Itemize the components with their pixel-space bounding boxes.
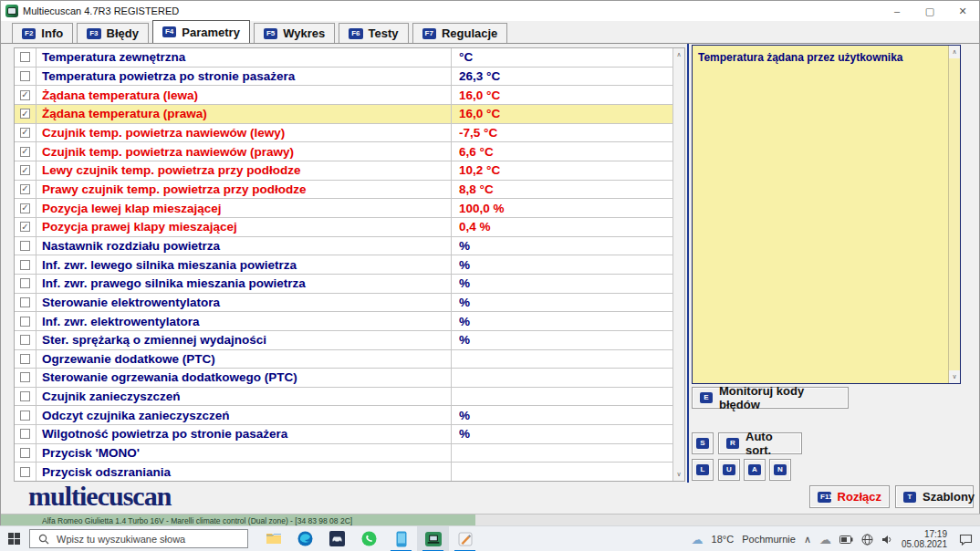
checkbox-icon[interactable] xyxy=(20,317,30,327)
table-scrollbar[interactable]: ∧ ∨ xyxy=(672,48,684,481)
checkbox-icon[interactable] xyxy=(20,260,30,270)
tab[interactable]: F5 Wykres xyxy=(254,23,335,43)
parameter-checkbox-cell[interactable] xyxy=(15,388,36,406)
parameter-checkbox-cell[interactable] xyxy=(15,312,36,330)
taskbar-file-explorer-icon[interactable] xyxy=(257,526,289,551)
parameter-checkbox-cell[interactable]: ✓ xyxy=(15,105,36,123)
parameter-row[interactable]: Przycisk odszraniania xyxy=(15,463,672,481)
taskbar-multiecuscan-icon[interactable] xyxy=(417,526,449,551)
checkbox-icon[interactable]: ✓ xyxy=(20,184,30,194)
checkbox-icon[interactable] xyxy=(20,52,30,62)
network-globe-icon[interactable] xyxy=(861,534,873,546)
taskbar-edge-icon[interactable] xyxy=(289,526,321,551)
parameter-checkbox-cell[interactable]: ✓ xyxy=(15,161,36,180)
tab[interactable]: F7 Regulacje xyxy=(412,23,508,43)
onedrive-icon[interactable]: ☁ xyxy=(819,534,831,546)
parameter-row[interactable]: Wilgotność powietrza po stronie pasażera… xyxy=(15,425,672,444)
checkbox-icon[interactable] xyxy=(20,372,30,382)
taskbar-clock[interactable]: 17:19 05.08.2021 xyxy=(902,529,947,550)
parameter-checkbox-cell[interactable] xyxy=(15,68,36,86)
parameter-row[interactable]: ✓ Żądana temperatura (lewa) 16,0 °C xyxy=(15,86,672,105)
checkbox-icon[interactable] xyxy=(20,335,30,345)
description-scrollbar[interactable]: ∧ ∨ xyxy=(948,46,960,383)
parameter-row[interactable]: Ster. sprężarką o zmiennej wydajności % xyxy=(15,331,672,350)
parameter-row[interactable]: Odczyt czujnika zanieczyszczeń % xyxy=(15,406,672,425)
a-button[interactable]: A xyxy=(744,459,766,481)
parameter-row[interactable]: ✓ Żądana temperatura (prawa) 16,0 °C xyxy=(15,105,672,124)
parameter-row[interactable]: Przycisk 'MONO' xyxy=(15,444,672,463)
taskbar-whatsapp-icon[interactable] xyxy=(353,526,385,551)
start-button[interactable] xyxy=(0,526,27,551)
checkbox-icon[interactable] xyxy=(20,354,30,364)
parameter-row[interactable]: Sterowanie elektrowentylatora % xyxy=(15,294,672,313)
parameter-row[interactable]: Temperatura powietrza po stronie pasażer… xyxy=(15,68,672,87)
taskbar-paint-icon[interactable] xyxy=(449,526,481,551)
checkbox-icon[interactable] xyxy=(20,429,30,439)
parameter-row[interactable]: ✓ Pozycja prawej klapy mieszającej 0,4 % xyxy=(15,218,672,237)
checkbox-icon[interactable]: ✓ xyxy=(20,128,30,138)
parameter-checkbox-cell[interactable] xyxy=(15,350,36,369)
weather-icon[interactable]: ☁ xyxy=(692,534,704,546)
checkbox-icon[interactable] xyxy=(20,241,30,251)
checkbox-icon[interactable] xyxy=(20,467,30,477)
parameter-row[interactable]: Inf. zwr. lewego silnika mieszania powie… xyxy=(15,255,672,275)
parameter-checkbox-cell[interactable] xyxy=(15,294,36,312)
panel-splitter[interactable] xyxy=(687,44,689,483)
checkbox-icon[interactable] xyxy=(20,278,30,288)
parameter-checkbox-cell[interactable] xyxy=(15,425,36,443)
minimize-button[interactable]: – xyxy=(881,1,913,21)
parameter-row[interactable]: ✓ Prawy czujnik temp. powietrza przy pod… xyxy=(15,181,672,200)
parameter-checkbox-cell[interactable] xyxy=(15,237,36,255)
scroll-up-icon[interactable]: ∧ xyxy=(949,46,960,58)
tab[interactable]: F4 Parametry xyxy=(152,20,250,43)
parameter-checkbox-cell[interactable] xyxy=(15,48,36,67)
parameter-row[interactable]: ✓ Pozycja lewej klap mieszającej 100,0 % xyxy=(15,199,672,218)
monitor-error-codes-button[interactable]: E Monitoruj kody błędów xyxy=(692,387,849,409)
scroll-down-icon[interactable]: ∨ xyxy=(949,370,960,383)
parameter-row[interactable]: ✓ Czujnik temp. powietrza nawiewów (praw… xyxy=(15,142,672,161)
parameter-row[interactable]: ✓ Lewy czujnik temp. powietrza przy podł… xyxy=(15,161,672,181)
parameter-row[interactable]: Ogrzewanie dodatkowe (PTC) xyxy=(15,350,672,369)
parameter-checkbox-cell[interactable] xyxy=(15,369,36,387)
checkbox-icon[interactable]: ✓ xyxy=(20,90,30,100)
battery-icon[interactable] xyxy=(839,535,853,544)
checkbox-icon[interactable] xyxy=(20,411,30,421)
close-button[interactable]: ✕ xyxy=(946,1,979,21)
checkbox-icon[interactable] xyxy=(20,391,30,401)
checkbox-icon[interactable] xyxy=(20,71,30,81)
notification-center-icon[interactable] xyxy=(959,534,973,546)
scroll-down-icon[interactable]: ∨ xyxy=(673,468,684,481)
parameter-checkbox-cell[interactable] xyxy=(15,275,36,293)
taskbar-phone-icon[interactable] xyxy=(385,526,417,551)
l-button[interactable]: L xyxy=(692,459,714,481)
checkbox-icon[interactable]: ✓ xyxy=(20,222,30,232)
parameter-checkbox-cell[interactable]: ✓ xyxy=(15,181,36,199)
checkbox-icon[interactable]: ✓ xyxy=(20,203,30,213)
tab[interactable]: F3 Błędy xyxy=(77,23,149,43)
speaker-icon[interactable] xyxy=(881,535,893,545)
parameter-checkbox-cell[interactable] xyxy=(15,255,36,274)
parameter-row[interactable]: Temperatura zewnętrzna °C xyxy=(15,48,672,68)
tab[interactable]: F2 Info xyxy=(12,23,73,43)
taskbar-car-app-icon[interactable] xyxy=(321,526,353,551)
checkbox-icon[interactable] xyxy=(20,297,30,307)
parameter-row[interactable]: Nastawnik rozdziału powietrza % xyxy=(15,237,672,256)
parameter-row[interactable]: Czujnik zanieczyszczeń xyxy=(15,388,672,407)
s-button[interactable]: S xyxy=(692,432,714,454)
parameter-checkbox-cell[interactable] xyxy=(15,406,36,424)
checkbox-icon[interactable]: ✓ xyxy=(20,109,30,119)
u-button[interactable]: U xyxy=(718,459,740,481)
templates-button[interactable]: T Szablony xyxy=(895,485,974,508)
checkbox-icon[interactable]: ✓ xyxy=(20,147,30,157)
parameter-row[interactable]: Sterowanie ogrzewania dodatkowego (PTC) xyxy=(15,369,672,388)
parameter-checkbox-cell[interactable]: ✓ xyxy=(15,86,36,104)
disconnect-button[interactable]: F11 Rozłącz xyxy=(809,485,890,508)
parameter-checkbox-cell[interactable]: ✓ xyxy=(15,124,36,142)
weather-temperature[interactable]: 18°C xyxy=(712,534,735,545)
parameter-checkbox-cell[interactable]: ✓ xyxy=(15,142,36,161)
parameter-row[interactable]: ✓ Czujnik temp. powietrza nawiewów (lewy… xyxy=(15,124,672,143)
n-button[interactable]: N xyxy=(769,459,791,481)
parameter-checkbox-cell[interactable]: ✓ xyxy=(15,199,36,217)
parameter-checkbox-cell[interactable]: ✓ xyxy=(15,218,36,236)
parameter-checkbox-cell[interactable] xyxy=(15,444,36,463)
